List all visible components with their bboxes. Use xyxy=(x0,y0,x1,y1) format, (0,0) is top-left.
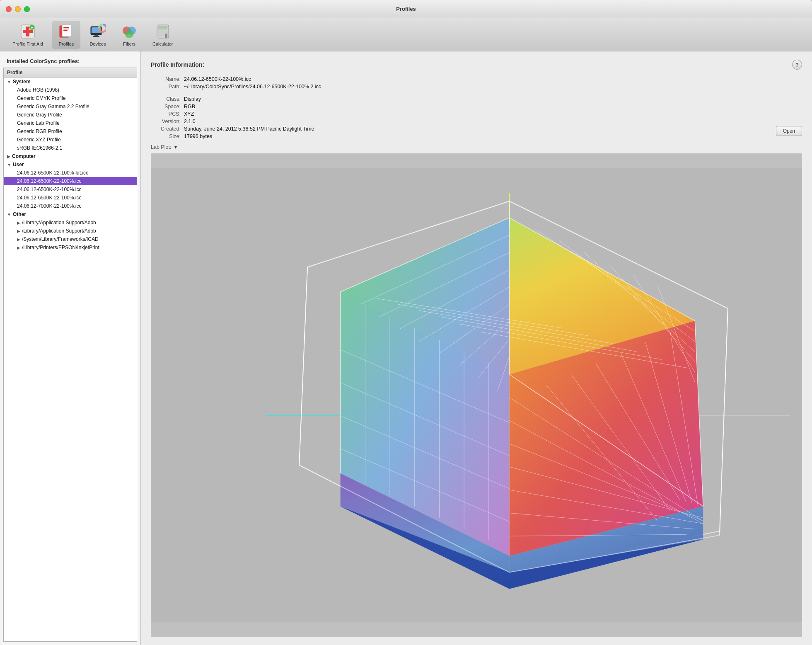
item-label: /Library/Printers/EPSON/InkjetPrint xyxy=(22,245,99,250)
list-item-user-3[interactable]: 24.06.12-6500K-22-100%.icc xyxy=(4,194,137,202)
svg-rect-25 xyxy=(165,34,167,38)
window-title: Profiles xyxy=(396,6,416,12)
info-row-created: Created: Sunday, June 24, 2012 5:36:52 P… xyxy=(151,126,802,132)
label-version: Version: xyxy=(151,119,184,124)
minimize-button[interactable] xyxy=(15,6,21,12)
list-item-generic-gray[interactable]: Generic Gray Profile xyxy=(4,111,137,119)
list-item-other-3[interactable]: ▶ /System/Library/Frameworks/ICAD xyxy=(4,235,137,243)
svg-point-17 xyxy=(125,30,133,38)
list-item-generic-lab[interactable]: Generic Lab Profile xyxy=(4,119,137,127)
label-pcs: PCS: xyxy=(151,111,184,117)
svg-rect-7 xyxy=(63,27,69,28)
svg-rect-23 xyxy=(158,34,161,36)
profile-list[interactable]: Profile ▼ System Adobe RGB (1998) Generi… xyxy=(3,68,137,642)
value-size: 17996 bytes xyxy=(184,133,802,139)
label-space: Space: xyxy=(151,104,184,109)
toolbar-item-calculator[interactable]: Calculator xyxy=(147,21,179,49)
toolbar-label-calculator: Calculator xyxy=(152,41,173,46)
profile-info-header: Profile Information: xyxy=(151,61,204,68)
info-row-space: Space: RGB xyxy=(151,104,802,109)
item-label: Generic Gray Gamma 2.2 Profile xyxy=(17,104,89,109)
value-class: Display xyxy=(184,96,802,102)
label-size: Size: xyxy=(151,133,184,139)
right-panel-wrapper: Profile Information: ? Name: 24.06.12-65… xyxy=(141,51,812,645)
item-label: 24.06.12-6500K-22-100%-lut.icc xyxy=(17,170,88,176)
value-pcs: XYZ xyxy=(184,111,802,117)
value-version: 2.1.0 xyxy=(184,119,802,124)
item-label: Generic RGB Profile xyxy=(17,129,62,134)
lab-plot-header: Lab Plot: ▾ xyxy=(151,144,802,150)
list-item-user-2[interactable]: 24.06.12-6500K-22-100%.icc xyxy=(4,185,137,194)
panel-header: Profile Information: ? xyxy=(151,60,802,70)
list-item-srgb[interactable]: sRGB IEC61966-2.1 xyxy=(4,144,137,152)
label-name: Name: xyxy=(151,76,184,82)
lab-plot-section: Lab Plot: ▾ xyxy=(151,144,802,637)
toolbar-label-devices: Devices xyxy=(89,41,106,46)
svg-rect-20 xyxy=(158,31,161,33)
app-window: Profiles + Profile First Aid xyxy=(0,0,812,645)
svg-text:+: + xyxy=(31,26,33,30)
item-label: /Library/Application Support/Adob xyxy=(22,220,96,226)
toolbar-item-profiles[interactable]: Profiles xyxy=(52,21,80,49)
info-section: Name: 24.06.12-6500K-22-100%.icc Path: ~… xyxy=(151,76,802,139)
lab-plot-canvas[interactable] xyxy=(151,153,802,637)
label-created: Created: xyxy=(151,126,184,132)
list-item-user-7000k[interactable]: 24.06.12-7000K-22-100%.icc xyxy=(4,202,137,210)
group-other[interactable]: ▼ Other xyxy=(4,210,137,218)
list-item-other-2[interactable]: ▶ /Library/Application Support/Adob xyxy=(4,227,137,235)
triangle-other-4: ▶ xyxy=(17,245,20,250)
titlebar: Profiles xyxy=(0,0,812,18)
lab-plot-label: Lab Plot: xyxy=(151,144,171,150)
first-aid-icon: + xyxy=(19,23,36,40)
list-item-other-4[interactable]: ▶ /Library/Printers/EPSON/InkjetPrint xyxy=(4,243,137,252)
toolbar: + Profile First Aid Profiles xyxy=(0,18,812,51)
maximize-button[interactable] xyxy=(24,6,30,12)
close-button[interactable] xyxy=(6,6,12,12)
list-item-generic-rgb[interactable]: Generic RGB Profile xyxy=(4,127,137,136)
list-item-generic-xyz[interactable]: Generic XYZ Profile xyxy=(4,136,137,144)
toolbar-label-profiles: Profiles xyxy=(59,41,74,46)
group-system[interactable]: ▼ System xyxy=(4,78,137,86)
list-item-other-1[interactable]: ▶ /Library/Application Support/Adob xyxy=(4,218,137,227)
info-row-pcs: PCS: XYZ xyxy=(151,111,802,117)
triangle-other-3: ▶ xyxy=(17,237,20,242)
item-label: Generic CMYK Profile xyxy=(17,95,65,101)
list-item-generic-cmyk[interactable]: Generic CMYK Profile xyxy=(4,94,137,102)
triangle-computer: ▶ xyxy=(7,154,10,159)
svg-rect-13 xyxy=(93,36,99,37)
list-item-user-selected[interactable]: 24.06.12-6500K-22-100%.icc xyxy=(4,177,137,185)
value-name: 24.06.12-6500K-22-100%.icc xyxy=(184,76,802,82)
svg-rect-24 xyxy=(162,34,164,36)
help-button[interactable]: ? xyxy=(792,60,802,70)
item-label: /System/Library/Frameworks/ICAD xyxy=(22,236,99,242)
list-item-adobe-rgb[interactable]: Adobe RGB (1998) xyxy=(4,86,137,94)
group-user[interactable]: ▼ User xyxy=(4,160,137,169)
item-label: Generic Lab Profile xyxy=(17,120,60,126)
group-computer[interactable]: ▶ Computer xyxy=(4,152,137,160)
svg-rect-8 xyxy=(63,29,69,29)
open-button[interactable]: Open xyxy=(776,126,802,136)
info-row-size: Size: 17996 bytes xyxy=(151,133,802,139)
info-row-version: Version: 2.1.0 xyxy=(151,119,802,124)
traffic-lights xyxy=(6,6,30,12)
item-label: sRGB IEC61966-2.1 xyxy=(17,145,62,151)
toolbar-item-profile-first-aid[interactable]: + Profile First Aid xyxy=(7,21,49,49)
item-label: 24.06.12-6500K-22-100%.icc xyxy=(17,195,81,201)
devices-icon xyxy=(89,23,106,40)
item-label: 24.06.12-6500K-22-100%.icc xyxy=(17,187,81,192)
profiles-icon xyxy=(58,23,75,40)
svg-rect-9 xyxy=(63,30,68,31)
lab-plot-dropdown[interactable]: ▾ xyxy=(174,144,177,150)
list-item-user-lut[interactable]: 24.06.12-6500K-22-100%-lut.icc xyxy=(4,169,137,177)
label-class: Class: xyxy=(151,96,184,102)
toolbar-item-devices[interactable]: Devices xyxy=(84,21,112,49)
item-label: Generic XYZ Profile xyxy=(17,137,61,143)
right-panel: Profile Information: ? Name: 24.06.12-65… xyxy=(141,51,812,645)
item-label: 24.06.12-7000K-22-100%.icc xyxy=(17,203,81,209)
sidebar-header: Installed ColorSync profiles: xyxy=(0,51,140,68)
value-path: ~/Library/ColorSync/Profiles/24.06.12-65… xyxy=(184,84,802,90)
value-created: Sunday, June 24, 2012 5:36:52 PM Pacific… xyxy=(184,126,802,132)
list-item-generic-gray-gamma[interactable]: Generic Gray Gamma 2.2 Profile xyxy=(4,102,137,111)
toolbar-item-filters[interactable]: Filters xyxy=(115,21,143,49)
main-content: Installed ColorSync profiles: Profile ▼ … xyxy=(0,51,812,645)
